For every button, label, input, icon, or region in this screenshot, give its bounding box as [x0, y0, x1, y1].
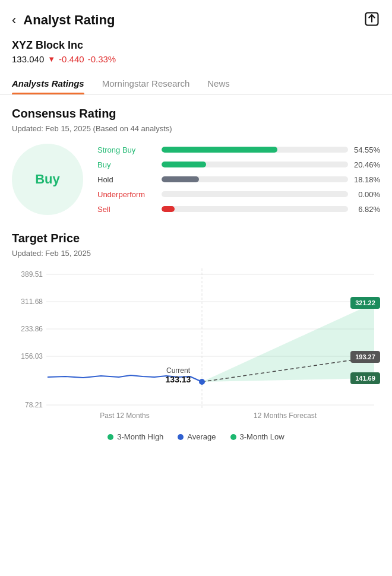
buy-circle: Buy [12, 144, 83, 215]
legend-avg: Average [178, 432, 216, 441]
rating-row-sell: Sell 6.82% [97, 205, 380, 214]
rating-label-strong-buy: Strong Buy [97, 145, 157, 154]
legend-low: 3-Month Low [230, 432, 284, 441]
bar-track-sell [162, 206, 348, 212]
consensus-label: Buy [35, 172, 60, 187]
rating-pct-strong-buy: 54.55% [353, 145, 380, 154]
rating-row-strong-buy: Strong Buy 54.55% [97, 145, 380, 154]
share-icon [363, 11, 380, 27]
svg-text:141.69: 141.69 [355, 375, 375, 382]
legend-label-avg: Average [187, 432, 216, 441]
svg-text:78.21: 78.21 [25, 401, 43, 409]
tabs-bar: Analysts Ratings Morningstar Research Ne… [0, 72, 392, 95]
svg-text:321.22: 321.22 [355, 299, 375, 306]
bar-fill-sell [162, 206, 175, 212]
ratings-bars: Strong Buy 54.55% Buy 20.46% Hold 18.18% [97, 145, 380, 214]
legend-dot-high [108, 434, 113, 440]
target-price-title: Target Price [12, 232, 380, 245]
tab-morningstar[interactable]: Morningstar Research [102, 72, 190, 94]
rating-pct-hold: 18.18% [353, 175, 380, 184]
bar-track-buy [162, 162, 348, 167]
svg-text:12 Months Forecast: 12 Months Forecast [254, 412, 317, 420]
page-title: Analyst Rating [23, 12, 115, 28]
stock-price: 133.040 [12, 54, 44, 64]
back-button[interactable]: ‹ [12, 12, 16, 28]
rating-label-sell: Sell [97, 205, 157, 214]
consensus-section: Consensus Rating Updated: Feb 15, 2025 (… [0, 95, 392, 215]
rating-label-hold: Hold [97, 175, 157, 184]
price-change-pct: -0.33% [88, 54, 116, 64]
svg-marker-13 [202, 303, 374, 382]
svg-text:233.86: 233.86 [21, 325, 43, 333]
bar-track-hold [162, 176, 348, 182]
share-button[interactable] [363, 11, 380, 30]
rating-row-underperform: Underperform 0.00% [97, 190, 380, 199]
target-price-updated: Updated: Feb 15, 2025 [12, 249, 380, 258]
rating-row-hold: Hold 18.18% [97, 175, 380, 184]
header: ‹ Analyst Rating [0, 0, 392, 36]
svg-text:Current: Current [166, 366, 191, 375]
rating-row-buy: Buy 20.46% [97, 160, 380, 169]
rating-label-buy: Buy [97, 160, 157, 169]
consensus-title: Consensus Rating [12, 107, 380, 121]
bar-fill-strong-buy [162, 147, 277, 153]
svg-text:Past 12 Months: Past 12 Months [100, 412, 149, 420]
rating-pct-buy: 20.46% [353, 160, 380, 169]
current-dot [199, 379, 205, 385]
stock-price-row: 133.040 ▼ -0.440 -0.33% [12, 54, 380, 64]
price-down-icon: ▼ [48, 55, 55, 64]
legend-label-high: 3-Month High [117, 432, 163, 441]
rating-pct-sell: 6.82% [353, 205, 380, 214]
rating-label-underperform: Underperform [97, 190, 157, 199]
chart-legend: 3-Month High Average 3-Month Low [12, 432, 380, 453]
header-left: ‹ Analyst Rating [12, 12, 115, 28]
stock-name: XYZ Block Inc [12, 39, 380, 52]
consensus-updated: Updated: Feb 15, 2025 (Based on 44 analy… [12, 124, 380, 133]
svg-text:311.68: 311.68 [21, 298, 43, 306]
legend-dot-avg [178, 434, 184, 440]
tab-analysts-ratings[interactable]: Analysts Ratings [12, 72, 84, 94]
bar-track-underperform [162, 191, 348, 197]
legend-label-low: 3-Month Low [240, 432, 284, 441]
chart-svg: 389.51 311.68 233.86 156.03 78.21 [12, 268, 380, 423]
bar-fill-buy [162, 162, 206, 167]
stock-info: XYZ Block Inc 133.040 ▼ -0.440 -0.33% [0, 36, 392, 72]
tab-news[interactable]: News [207, 72, 230, 94]
svg-text:193.27: 193.27 [355, 353, 375, 360]
legend-dot-low [230, 434, 236, 440]
bar-track-strong-buy [162, 147, 348, 153]
consensus-layout: Buy Strong Buy 54.55% Buy 20.46% Hold [12, 144, 380, 215]
svg-text:389.51: 389.51 [21, 270, 43, 278]
legend-high: 3-Month High [108, 432, 163, 441]
svg-text:133.13: 133.13 [166, 375, 191, 384]
rating-pct-underperform: 0.00% [353, 190, 380, 199]
target-price-section: Target Price Updated: Feb 15, 2025 389.5… [0, 215, 392, 453]
price-change: -0.440 [59, 54, 84, 64]
bar-fill-hold [162, 176, 199, 182]
svg-text:156.03: 156.03 [21, 352, 43, 360]
target-price-chart: 389.51 311.68 233.86 156.03 78.21 [12, 268, 380, 423]
